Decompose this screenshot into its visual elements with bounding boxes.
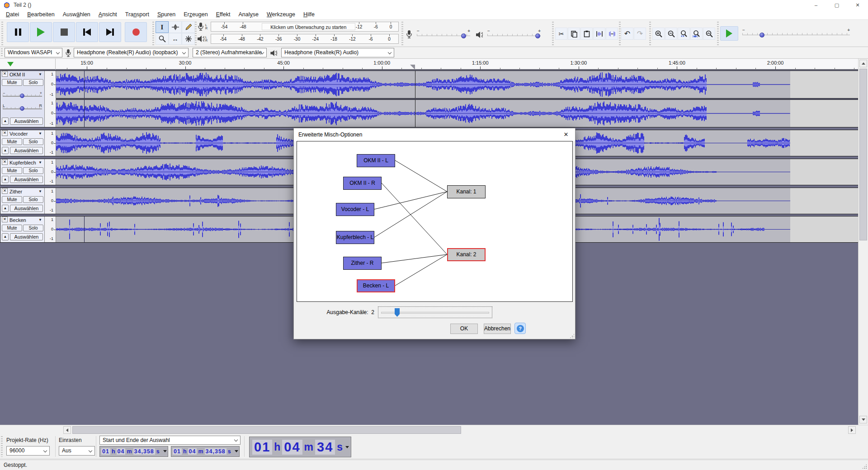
track-name[interactable]: Vocoder▼: [9, 131, 43, 136]
stop-button[interactable]: [53, 22, 75, 42]
scroll-down-button[interactable]: [859, 416, 867, 423]
recording-meter[interactable]: LR Klicken um Überwachung zu starten -54…: [197, 21, 399, 32]
zoom-toggle-button[interactable]: [703, 28, 715, 40]
cancel-button[interactable]: Abbrechen: [484, 324, 511, 334]
select-track-button[interactable]: Auswählen: [10, 205, 43, 212]
menu-hilfe[interactable]: Hilfe: [299, 10, 319, 19]
menu-werkzeuge[interactable]: Werkzeuge: [263, 10, 299, 19]
channel-node-1[interactable]: Kanal: 1: [447, 185, 486, 198]
track-close-icon[interactable]: ✕: [2, 130, 8, 136]
track-node-kupferblech---l[interactable]: Kupferblech - L: [336, 231, 374, 244]
collapse-track-icon[interactable]: ▲: [2, 118, 9, 125]
undo-button[interactable]: ↶: [621, 28, 633, 40]
scroll-up-button[interactable]: [859, 60, 867, 67]
track-name[interactable]: Zither▼: [9, 189, 43, 194]
dialog-close-button[interactable]: ✕: [557, 128, 575, 141]
resize-grip[interactable]: [862, 464, 867, 469]
redo-button[interactable]: ↷: [634, 28, 646, 40]
zoom-toolbar-grip[interactable]: [649, 22, 651, 45]
edit-toolbar-grip[interactable]: [552, 22, 554, 45]
vertical-scale-ruler[interactable]: 10-1: [45, 216, 56, 242]
pinned-play-head-icon[interactable]: [7, 62, 14, 66]
silence-audio-button[interactable]: [606, 28, 618, 40]
track-close-icon[interactable]: ✕: [2, 71, 8, 77]
pause-button[interactable]: [7, 22, 29, 42]
dropdown-arrow-icon[interactable]: [235, 450, 238, 452]
track-okm-ii[interactable]: ✕OKM II▼MuteSolo−+LR▲Auswählen10-110-1: [0, 70, 858, 127]
playback-meter-scale[interactable]: -54-48-42-36-30-24-18-12-60: [211, 34, 399, 44]
track-control-panel[interactable]: ✕Becken▼MuteSolo▲Auswählen: [0, 216, 45, 242]
selection-toolbar-grip[interactable]: [1, 436, 3, 457]
paste-button[interactable]: [580, 28, 593, 40]
horizontal-scrollbar[interactable]: [0, 425, 868, 434]
pan-thumb[interactable]: [20, 106, 24, 111]
channel-node-2[interactable]: Kanal: 2: [447, 248, 486, 261]
envelope-tool-button[interactable]: [169, 21, 182, 33]
zoom-tool-button[interactable]: [156, 33, 169, 45]
track-close-icon[interactable]: ✕: [2, 159, 8, 165]
gain-slider[interactable]: −+: [3, 92, 42, 98]
waveform-lanes[interactable]: [56, 71, 858, 127]
output-channels-slider[interactable]: [378, 306, 492, 318]
zoom-out-button[interactable]: [665, 28, 677, 40]
transport-toolbar-grip[interactable]: [1, 22, 3, 45]
track-name[interactable]: Becken▼: [9, 217, 43, 223]
track-node-vocoder---l[interactable]: Vocoder - L: [336, 203, 374, 216]
track-menu-icon[interactable]: ▼: [38, 218, 42, 222]
collapse-track-icon[interactable]: ▲: [2, 147, 9, 154]
empty-track-region[interactable]: [790, 159, 859, 185]
dialog-resize-grip[interactable]: [570, 334, 574, 338]
help-button[interactable]: ?: [514, 323, 526, 334]
play-at-speed-grip[interactable]: [717, 22, 719, 45]
track-control-panel[interactable]: ✕OKM II▼MuteSolo−+LR▲Auswählen: [0, 71, 45, 127]
track-menu-icon[interactable]: ▼: [38, 160, 42, 164]
horizontal-scroll-thumb[interactable]: [72, 426, 461, 434]
recording-channels-select[interactable]: 2 (Stereo) Aufnahmekanäle: [193, 48, 267, 57]
track-node-okm-ii---l[interactable]: OKM II - L: [357, 154, 395, 167]
trim-audio-button[interactable]: [593, 28, 605, 40]
menu-transport[interactable]: Transport: [121, 10, 153, 19]
record-button[interactable]: [125, 22, 147, 42]
dropdown-arrow-icon[interactable]: [345, 446, 349, 448]
selection-tool-button[interactable]: I: [156, 21, 169, 33]
play-speed-thumb[interactable]: [760, 33, 764, 38]
project-rate-select[interactable]: 96000: [6, 446, 50, 456]
vertical-scroll-thumb[interactable]: [859, 69, 867, 240]
menu-spuren[interactable]: Spuren: [153, 10, 179, 19]
track-close-icon[interactable]: ✕: [2, 216, 8, 222]
mixer-toolbar-grip[interactable]: [401, 22, 403, 45]
menu-effekt[interactable]: Effekt: [212, 10, 235, 19]
cut-button[interactable]: ✂: [555, 28, 567, 40]
menu-analyse[interactable]: Analyse: [234, 10, 262, 19]
select-track-button[interactable]: Auswählen: [10, 147, 43, 154]
solo-button[interactable]: Solo: [23, 138, 43, 145]
recording-volume-thumb[interactable]: [461, 33, 466, 38]
tools-toolbar-grip[interactable]: [152, 22, 154, 45]
mute-button[interactable]: Mute: [2, 196, 22, 203]
track-node-becken---l[interactable]: Becken - L: [357, 279, 395, 292]
collapse-track-icon[interactable]: ▲: [2, 233, 9, 240]
solo-button[interactable]: Solo: [23, 196, 43, 203]
track-menu-icon[interactable]: ▼: [38, 72, 42, 76]
slider-thumb[interactable]: [395, 308, 400, 317]
track-name[interactable]: OKM II▼: [9, 72, 43, 77]
zoom-in-button[interactable]: [652, 28, 665, 40]
track-control-panel[interactable]: ✕Kupferblech▼MuteSolo▲Auswählen: [0, 159, 45, 185]
fit-project-button[interactable]: [690, 28, 703, 40]
solo-button[interactable]: Solo: [23, 79, 43, 86]
timeline-ruler[interactable]: 15:0030:0045:001:00:001:15:001:30:001:45…: [0, 59, 868, 70]
empty-track-region[interactable]: [790, 71, 859, 98]
track-node-zither---r[interactable]: Zither - R: [343, 257, 382, 270]
vertical-scale-ruler[interactable]: 10-1: [45, 188, 56, 214]
undo-toolbar-grip[interactable]: [619, 22, 621, 45]
meter-toolbar-grip[interactable]: [195, 22, 197, 45]
menu-bearbeiten[interactable]: Bearbeiten: [23, 10, 58, 19]
waveform-lane[interactable]: [56, 100, 859, 127]
solo-button[interactable]: Solo: [23, 225, 43, 231]
clip-boundary[interactable]: [84, 216, 85, 242]
play-button[interactable]: [30, 22, 52, 42]
skip-to-start-button[interactable]: [76, 22, 98, 42]
selection-start-field[interactable]: 01h04m34,358s: [99, 446, 168, 457]
select-track-button[interactable]: Auswählen: [10, 176, 43, 183]
pan-slider[interactable]: LR: [3, 104, 42, 111]
